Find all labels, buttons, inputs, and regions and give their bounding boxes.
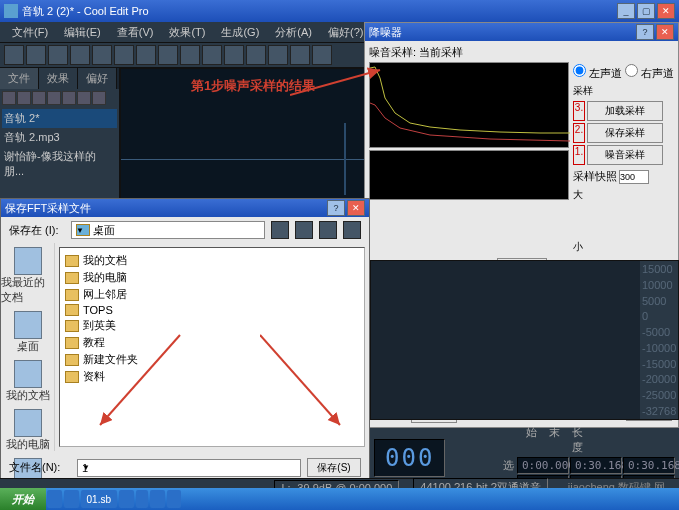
track-ctrl-button[interactable] — [32, 91, 46, 105]
track-item[interactable]: 谢怡静-像我这样的朋... — [2, 147, 117, 181]
task-item[interactable] — [167, 490, 182, 508]
scale-small: 小 — [573, 240, 674, 254]
time-display: 000 — [374, 439, 445, 477]
dialog-help-button[interactable]: ? — [636, 24, 654, 40]
dialog-close-button[interactable]: ✕ — [656, 24, 674, 40]
task-item[interactable] — [64, 490, 79, 508]
file-item[interactable]: 我的电脑 — [64, 269, 360, 286]
toolbar-button[interactable] — [114, 45, 134, 65]
toolbar-button[interactable] — [202, 45, 222, 65]
radio-left[interactable]: 左声道 — [573, 67, 622, 79]
savein-label: 保存在 (I): — [9, 223, 65, 238]
toolbar-button[interactable] — [26, 45, 46, 65]
place-mydocs[interactable]: 我的文档 — [6, 360, 50, 403]
file-list[interactable]: 我的文档 我的电脑 网上邻居 TOPS 到英美 教程 新建文件夹 资料 第2步保… — [59, 247, 365, 447]
caption-label: 噪音采样: — [369, 46, 416, 58]
close-button[interactable]: ✕ — [657, 3, 675, 19]
toolbar-button[interactable] — [158, 45, 178, 65]
snapshot-label: 采样快照 — [573, 169, 617, 184]
sample-header: 采样 — [573, 84, 674, 98]
file-item[interactable]: TOPS — [64, 303, 360, 317]
menu-view[interactable]: 查看(V) — [109, 22, 162, 42]
start-button[interactable]: 开始 — [0, 488, 46, 510]
tab-effects[interactable]: 效果 — [39, 68, 78, 89]
nav-back-button[interactable] — [271, 221, 289, 239]
track-ctrl-button[interactable] — [2, 91, 16, 105]
menu-effects[interactable]: 效果(T) — [161, 22, 213, 42]
app-title: 音轨 2 (2)* - Cool Edit Pro — [22, 4, 149, 19]
noise-spectrum[interactable] — [369, 62, 569, 148]
toolbar-button[interactable] — [290, 45, 310, 65]
tab-files[interactable]: 文件 — [0, 68, 39, 89]
place-desktop[interactable]: 桌面 — [14, 311, 42, 354]
toolbar-button[interactable] — [180, 45, 200, 65]
file-item[interactable]: 新建文件夹 — [64, 351, 360, 368]
file-item[interactable]: 教程 — [64, 334, 360, 351]
file-item[interactable]: 网上邻居 — [64, 286, 360, 303]
menu-file[interactable]: 文件(F) — [4, 22, 56, 42]
task-item[interactable] — [47, 490, 62, 508]
toolbar-button[interactable] — [246, 45, 266, 65]
load-sample-button[interactable]: 加载采样 — [587, 101, 663, 121]
track-item[interactable]: 音轨 2* — [2, 109, 117, 128]
file-item[interactable]: 资料 — [64, 368, 360, 385]
toolbar-button[interactable] — [224, 45, 244, 65]
places-bar: 我最近的文档 桌面 我的文档 我的电脑 网上邻居 — [1, 243, 55, 451]
tab-favorites[interactable]: 偏好 — [78, 68, 117, 89]
save-dialog-title: 保存FFT采样文件 — [5, 201, 91, 216]
spectrum-curve — [370, 63, 570, 149]
track-item[interactable]: 音轨 2.mp3 — [2, 128, 117, 147]
save-button[interactable]: 保存(S) — [307, 458, 361, 477]
track-ctrl-button[interactable] — [77, 91, 91, 105]
taskbar: 开始 01.sb — [0, 488, 679, 510]
toolbar-button[interactable] — [4, 45, 24, 65]
view-menu-button[interactable] — [343, 221, 361, 239]
menu-edit[interactable]: 编辑(E) — [56, 22, 109, 42]
noise-preview[interactable] — [369, 150, 569, 200]
radio-right[interactable]: 右声道 — [625, 67, 674, 79]
nav-up-button[interactable] — [295, 221, 313, 239]
menu-analyze[interactable]: 分析(A) — [267, 22, 320, 42]
menu-generate[interactable]: 生成(G) — [213, 22, 267, 42]
track-ctrl-button[interactable] — [17, 91, 31, 105]
dialog-title: 降噪器 — [369, 25, 402, 40]
get-sample-button[interactable]: 噪音采样 — [587, 145, 663, 165]
toolbar-button[interactable] — [136, 45, 156, 65]
maximize-button[interactable]: ▢ — [637, 3, 655, 19]
task-item[interactable] — [136, 490, 148, 508]
caption-value: 当前采样 — [419, 46, 463, 58]
task-item[interactable] — [150, 490, 165, 508]
toolbar-button[interactable] — [70, 45, 90, 65]
amplitude-ruler: 150001000050000-5000-10000-15000-20000-2… — [640, 261, 678, 419]
save-sample-button[interactable]: 保存采样 — [587, 123, 663, 143]
task-item[interactable] — [119, 490, 134, 508]
save-dialog: 保存FFT采样文件 ? ✕ 保存在 (I): 桌面 ▼ 我最近的文档 桌面 我的… — [0, 198, 370, 507]
savein-combo[interactable]: 桌面 ▼ — [71, 221, 265, 239]
new-folder-button[interactable] — [319, 221, 337, 239]
save-help-button[interactable]: ? — [327, 200, 345, 216]
app-icon — [4, 4, 18, 18]
filename-label: 文件名(N): — [9, 460, 71, 475]
save-close-button[interactable]: ✕ — [347, 200, 365, 216]
toolbar-button[interactable] — [312, 45, 332, 65]
place-recent[interactable]: 我最近的文档 — [1, 247, 54, 305]
toolbar-button[interactable] — [48, 45, 68, 65]
filename-input[interactable]: 1▼ — [77, 459, 301, 477]
lower-waveform[interactable]: 150001000050000-5000-10000-15000-20000-2… — [370, 260, 679, 420]
annotation-1: 第1步噪声采样的结果 — [191, 77, 315, 95]
track-ctrl-button[interactable] — [92, 91, 106, 105]
main-titlebar: 音轨 2 (2)* - Cool Edit Pro _ ▢ ✕ — [0, 0, 679, 22]
scale-big: 大 — [573, 188, 674, 202]
track-ctrl-button[interactable] — [47, 91, 61, 105]
track-ctrl-button[interactable] — [62, 91, 76, 105]
track-list: 音轨 2* 音轨 2.mp3 谢怡静-像我这样的朋... — [0, 107, 119, 183]
minimize-button[interactable]: _ — [617, 3, 635, 19]
system-tray[interactable] — [664, 494, 679, 505]
place-mycomputer[interactable]: 我的电脑 — [6, 409, 50, 452]
snapshot-input[interactable] — [619, 170, 649, 184]
toolbar-button[interactable] — [268, 45, 288, 65]
task-item[interactable]: 01.sb — [81, 490, 117, 508]
toolbar-button[interactable] — [92, 45, 112, 65]
file-item[interactable]: 我的文档 — [64, 252, 360, 269]
file-item[interactable]: 到英美 — [64, 317, 360, 334]
